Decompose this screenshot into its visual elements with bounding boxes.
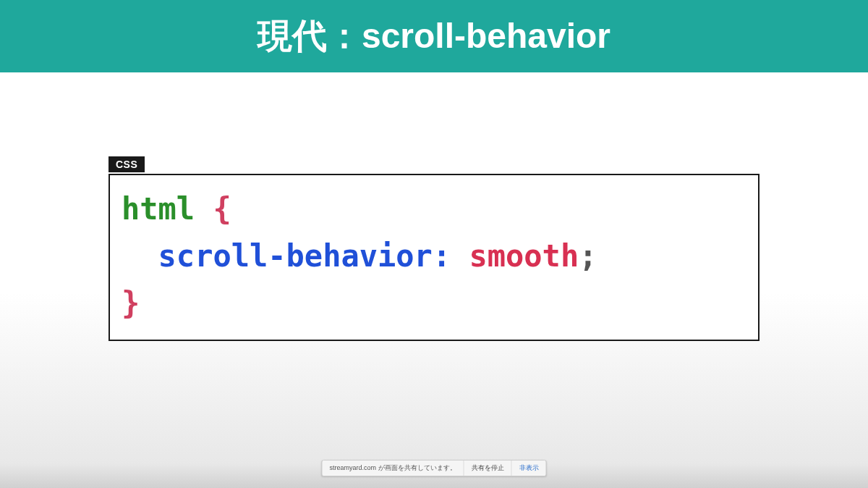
screen-share-bar: streamyard.com が画面を共有しています。 共有を停止 非表示 bbox=[321, 460, 546, 476]
code-brace-open: { bbox=[213, 191, 231, 227]
slide-title-bar: 現代：scroll-behavior bbox=[0, 0, 868, 72]
code-colon: : bbox=[433, 238, 451, 274]
code-selector: html bbox=[122, 191, 195, 227]
code-semicolon: ; bbox=[579, 238, 597, 274]
slide-title: 現代：scroll-behavior bbox=[258, 17, 610, 55]
code-brace-close: } bbox=[122, 285, 140, 321]
stop-sharing-button[interactable]: 共有を停止 bbox=[464, 460, 511, 476]
code-value: smooth bbox=[469, 238, 579, 274]
share-message: streamyard.com が画面を共有しています。 bbox=[322, 460, 463, 476]
code-language-label: CSS bbox=[109, 156, 145, 172]
code-block-wrapper: CSS html { scroll-behavior: smooth; } bbox=[109, 174, 760, 341]
code-property: scroll-behavior bbox=[158, 238, 433, 274]
hide-share-bar-button[interactable]: 非表示 bbox=[511, 460, 546, 476]
code-block: html { scroll-behavior: smooth; } bbox=[109, 174, 760, 341]
slide-content: CSS html { scroll-behavior: smooth; } bbox=[0, 72, 868, 341]
